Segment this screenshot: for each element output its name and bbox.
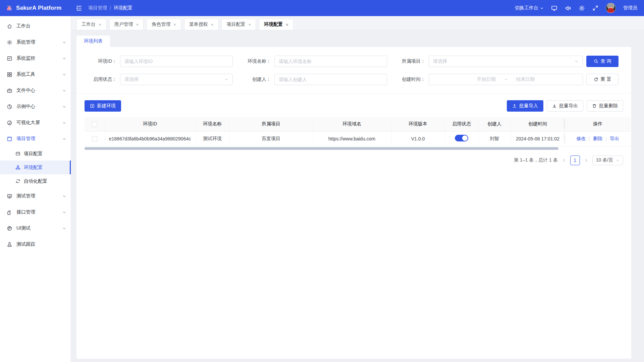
close-icon[interactable]: ×	[99, 22, 101, 27]
sidebar-item-label: 项目配置	[24, 151, 66, 157]
sidebar-item-system-management[interactable]: 系统管理	[0, 34, 71, 50]
sidebar-item-api-management[interactable]: 接口管理	[0, 204, 71, 220]
page-size-select[interactable]: 10 条/页	[592, 156, 623, 165]
sidebar-item-label: 接口管理	[16, 209, 58, 215]
switch-workspace-button[interactable]: 切换工作台	[515, 5, 544, 11]
chevron-up-icon	[62, 137, 66, 141]
sidebar-item-system-tools[interactable]: 系统工具	[0, 66, 71, 82]
breadcrumb-section[interactable]: 项目管理	[88, 5, 107, 11]
delete-link[interactable]: 删除	[593, 136, 602, 142]
tab-workbench[interactable]: 工作台 ×	[76, 19, 106, 30]
reset-button[interactable]: 重 置	[586, 74, 619, 85]
page-number[interactable]: 1	[570, 156, 580, 165]
env-name-input[interactable]	[274, 56, 387, 67]
batch-delete-button[interactable]: 批量删除	[587, 100, 623, 112]
avatar[interactable]	[606, 3, 616, 13]
column-header-status: 启用状态	[445, 117, 478, 131]
batch-import-label: 批量导入	[519, 103, 538, 109]
status-select[interactable]: 请选择	[120, 74, 233, 85]
project-icon	[7, 136, 12, 142]
close-icon[interactable]: ×	[136, 22, 139, 27]
chevron-down-icon	[616, 159, 620, 162]
refresh-icon	[594, 77, 598, 82]
brand[interactable]: SakurA Platform	[0, 4, 71, 12]
page-tabbar: 工作台 × 用户管理 × 角色管理 × 菜单授权 × 项目配置 × 环境配置 ×	[71, 16, 644, 30]
sidebar-subitem-environment-config[interactable]: 环境配置	[0, 161, 71, 174]
sidebar-item-label: 自动化配置	[24, 178, 66, 184]
column-header-env-name: 环境名称	[195, 117, 229, 131]
sidebar-item-label: 可视化大屏	[16, 120, 58, 126]
next-page-icon[interactable]	[584, 158, 588, 163]
sidebar-item-test-tracking[interactable]: 测试跟踪	[0, 236, 71, 252]
gear-icon[interactable]	[579, 5, 585, 11]
link-separator: |	[605, 136, 607, 141]
cell-created-at: 2024-05-08 17:01:02	[511, 131, 565, 146]
status-label: 启用状态：	[85, 76, 117, 82]
prev-page-icon[interactable]	[562, 158, 566, 163]
sidebar-collapse-icon[interactable]	[76, 5, 82, 11]
briefcase-icon	[7, 88, 12, 94]
column-header-project: 所属项目	[229, 117, 313, 131]
chart-monitor-icon	[7, 56, 12, 61]
reset-button-label: 重 置	[601, 76, 611, 82]
cell-creator: 刘智	[478, 131, 511, 146]
sidebar-item-system-monitor[interactable]: 系统监控	[0, 50, 71, 66]
project-select[interactable]: 请选择	[429, 56, 583, 67]
sidebar-item-visual-dashboard[interactable]: 可视化大屏	[0, 115, 71, 131]
export-link[interactable]: 导出	[610, 136, 619, 142]
scrollbar-thumb[interactable]	[85, 147, 558, 150]
fullscreen-icon[interactable]	[592, 5, 598, 11]
sidebar-item-label: 系统工具	[16, 71, 58, 77]
close-icon[interactable]: ×	[286, 22, 288, 27]
row-checkbox[interactable]	[92, 136, 97, 141]
puzzle-icon	[7, 209, 12, 215]
chevron-down-icon	[62, 41, 66, 44]
tab-user-management[interactable]: 用户管理 ×	[109, 19, 144, 30]
tab-project-config[interactable]: 项目配置 ×	[221, 19, 256, 30]
sidebar-item-workbench[interactable]: 工作台	[0, 18, 71, 34]
enabled-toggle[interactable]	[455, 135, 468, 141]
sidebar-item-file-center[interactable]: 文件中心	[0, 82, 71, 99]
username[interactable]: 管理员	[623, 5, 637, 11]
select-all-checkbox[interactable]	[92, 122, 97, 127]
sidebar-item-label: 测试管理	[16, 193, 58, 199]
filter-form: 环境ID： 环境名称： 所属项目： 请选择	[85, 56, 623, 85]
date-range-picker[interactable]: 开始日期 ~ 结束日期	[429, 74, 583, 85]
switch-workspace-label: 切换工作台	[515, 5, 538, 11]
new-environment-button[interactable]: 新建环境	[85, 100, 121, 112]
search-button[interactable]: 查 询	[586, 56, 619, 67]
chevron-down-icon	[62, 121, 66, 125]
close-icon[interactable]: ×	[211, 22, 214, 27]
search-icon	[594, 59, 598, 64]
cluster-icon	[15, 165, 20, 170]
tab-menu-authorization[interactable]: 菜单授权 ×	[184, 19, 219, 30]
created-time-label: 创建时间：	[390, 76, 425, 82]
edit-link[interactable]: 修改	[577, 136, 586, 142]
sidebar-item-example-center[interactable]: 示例中心	[0, 99, 71, 115]
sidebar-item-ui-test[interactable]: UI测试	[0, 220, 71, 236]
close-icon[interactable]: ×	[248, 22, 251, 27]
chevron-down-icon	[62, 105, 66, 109]
batch-export-button[interactable]: 批量导出	[547, 100, 583, 112]
sidebar-item-test-management[interactable]: 测试管理	[0, 188, 71, 204]
monitor-icon[interactable]	[551, 5, 557, 11]
sidebar-subitem-project-config[interactable]: 项目配置	[0, 147, 71, 161]
panel-tab-environment-list[interactable]: 环境列表	[76, 36, 110, 47]
sidebar-item-project-management[interactable]: 项目管理	[0, 131, 71, 147]
close-icon[interactable]: ×	[173, 22, 176, 27]
speaker-icon[interactable]	[565, 5, 571, 11]
horizontal-scrollbar	[85, 147, 623, 150]
batch-export-label: 批量导出	[559, 103, 578, 109]
tab-label: 菜单授权	[189, 21, 208, 27]
sidebar-subitem-automation-config[interactable]: 自动化配置	[0, 174, 71, 188]
creator-input[interactable]	[274, 74, 387, 85]
sidebar-item-label: 环境配置	[24, 165, 65, 171]
batch-delete-label: 批量删除	[599, 103, 618, 109]
panel-tab-label: 环境列表	[84, 38, 103, 44]
chevron-down-icon	[62, 89, 66, 93]
column-header-created-at: 创建时间	[511, 117, 565, 131]
tab-role-management[interactable]: 角色管理 ×	[147, 19, 181, 30]
tab-environment-config[interactable]: 环境配置 ×	[259, 19, 293, 30]
env-id-input[interactable]	[120, 56, 233, 67]
batch-import-button[interactable]: 批量导入	[507, 100, 543, 112]
